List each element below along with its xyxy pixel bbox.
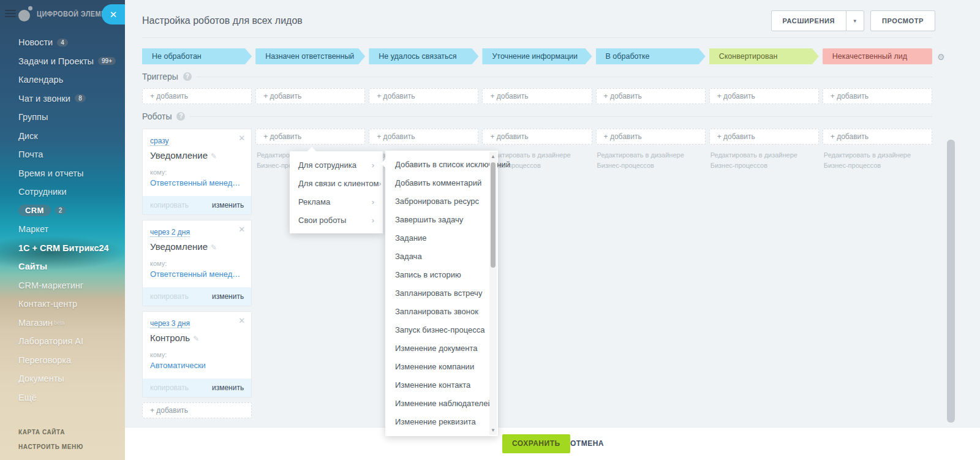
submenu-item[interactable]: Изменение контакта <box>385 376 498 394</box>
remove-icon[interactable]: ✕ <box>238 225 245 234</box>
cancel-button[interactable]: ОТМЕНА <box>570 434 604 453</box>
page-title: Настройка роботов для всех лидов <box>142 15 303 26</box>
pencil-icon[interactable]: ✎ <box>211 152 217 160</box>
sidebar-item-disk[interactable]: Диск <box>0 127 125 146</box>
bp-designer-link[interactable]: Редактировать в дизайнере Бизнес-процесс… <box>596 150 706 171</box>
scroll-down-icon[interactable]: ▼ <box>489 428 497 433</box>
submenu-item[interactable]: Изменение наблюдателей <box>385 394 498 413</box>
submenu-item[interactable]: Добавить комментарий <box>385 174 498 192</box>
sidebar-item-ai-lab[interactable]: Лаборатория AI <box>0 332 125 351</box>
sidebar-item-contact-center[interactable]: Контакт-центр <box>0 295 125 314</box>
add-trigger-button[interactable]: + добавить <box>596 88 706 104</box>
assignee-link[interactable]: Автоматически <box>150 361 244 370</box>
hamburger-icon[interactable] <box>5 10 16 18</box>
save-button[interactable]: СОХРАНИТЬ <box>502 434 570 453</box>
submenu-item[interactable]: Изменение документа <box>385 339 498 358</box>
add-robot-button[interactable]: + добавить <box>142 402 252 418</box>
add-trigger-button[interactable]: + добавить <box>369 88 478 104</box>
submenu-item[interactable]: Запись в историю <box>385 266 498 284</box>
submenu-item[interactable]: Забронировать ресурс <box>385 192 498 211</box>
sidebar-item-more[interactable]: Ещё <box>0 388 125 407</box>
copy-link[interactable]: копировать <box>150 383 189 392</box>
submenu-item[interactable]: Задача <box>385 247 498 266</box>
sidebar-item-sites[interactable]: Сайты <box>0 257 125 276</box>
menu-category-ads[interactable]: Реклама › <box>290 192 383 211</box>
sidebar-item-1c-crm[interactable]: 1С + CRM Битрикс24 <box>0 239 125 258</box>
remove-icon[interactable]: ✕ <box>238 316 245 325</box>
page-scrollbar-thumb[interactable] <box>947 140 955 423</box>
stage-cannot-contact[interactable]: Не удалось связаться <box>369 48 478 64</box>
sidebar-item-groups[interactable]: Группы <box>0 108 125 127</box>
stage-in-progress[interactable]: В обработке <box>596 48 706 64</box>
stage-not-processed[interactable]: Не обработан <box>142 48 252 64</box>
submenu-item[interactable]: Изменение компании <box>385 358 498 376</box>
scrollbar-thumb[interactable] <box>491 162 496 268</box>
robot-when-link[interactable]: через 2 дня <box>150 228 190 237</box>
assignee-link[interactable]: Ответственный менед… <box>150 270 244 279</box>
submenu-item[interactable]: Запуск бизнес-процесса <box>385 321 498 339</box>
stage-assigned[interactable]: Назначен ответственный <box>255 48 365 64</box>
add-robot-button[interactable]: + добавить <box>369 129 478 145</box>
edit-link[interactable]: изменить <box>212 292 244 301</box>
sidebar-item-tasks[interactable]: Задачи и Проекты 99+ <box>0 52 125 71</box>
add-robot-button[interactable]: + добавить <box>709 129 819 145</box>
menu-category-own-robots[interactable]: Свои роботы › <box>290 211 383 229</box>
view-button[interactable]: ПРОСМОТР <box>870 10 935 31</box>
submenu-item[interactable]: Запланировать звонок <box>385 303 498 321</box>
help-icon[interactable]: ? <box>176 112 185 121</box>
gear-icon[interactable]: ⚙ <box>937 52 945 62</box>
close-sidebar-button[interactable]: ✕ <box>102 4 125 25</box>
submenu-item[interactable]: Задание <box>385 229 498 247</box>
sidebar-item-chat-calls[interactable]: Чат и звонки 8 <box>0 89 125 108</box>
add-robot-button[interactable]: + добавить <box>823 129 932 145</box>
add-trigger-button[interactable]: + добавить <box>709 88 819 104</box>
menu-category-for-employee[interactable]: Для сотрудника › <box>290 156 383 174</box>
robot-when-link[interactable]: сразу <box>150 137 169 146</box>
edit-link[interactable]: изменить <box>212 383 244 392</box>
submenu-item[interactable]: Запланировать встречу <box>385 284 498 303</box>
help-icon[interactable]: ? <box>183 72 192 81</box>
sidebar-item-crm[interactable]: CRM 2 <box>0 202 125 221</box>
menu-category-client-contact[interactable]: Для связи с клиентом › <box>290 174 383 192</box>
sidebar-item-shop[interactable]: Магазин beta <box>0 314 125 333</box>
sidebar-item-market[interactable]: Маркет <box>0 220 125 239</box>
submenu-scrollbar[interactable]: ▲ ▼ <box>489 152 497 435</box>
add-trigger-button[interactable]: + добавить <box>482 88 592 104</box>
robot-when-link[interactable]: через 3 дня <box>150 319 190 328</box>
chevron-down-icon[interactable]: ▼ <box>846 18 864 24</box>
edit-link[interactable]: изменить <box>212 201 244 209</box>
extensions-button[interactable]: РАСШИРЕНИЯ ▼ <box>771 10 864 31</box>
add-robot-button[interactable]: + добавить <box>482 129 592 145</box>
add-trigger-button[interactable]: + добавить <box>142 88 252 104</box>
add-robot-button[interactable]: + добавить <box>255 129 365 145</box>
company-logo[interactable]: ЦИФРОВОЙ ЭЛЕМЕНТ <box>18 6 115 22</box>
stage-clarify-info[interactable]: Уточнение информации <box>482 48 592 64</box>
sidebar-item-calendar[interactable]: Календарь <box>0 70 125 89</box>
submenu-item[interactable]: Завершить задачу <box>385 211 498 229</box>
sidebar-item-documents[interactable]: Документы <box>0 369 125 388</box>
sidebar-item-meeting-room[interactable]: Переговорка <box>0 351 125 370</box>
copy-link[interactable]: копировать <box>150 292 189 301</box>
sidebar-item-mail[interactable]: Почта <box>0 145 125 164</box>
stage-junk-lead[interactable]: Некачественный лид <box>823 48 932 64</box>
sidebar-item-crm-marketing[interactable]: CRM-маркетинг <box>0 276 125 295</box>
pencil-icon[interactable]: ✎ <box>211 243 217 252</box>
sidebar-item-news[interactable]: Новости 4 <box>0 33 125 52</box>
scroll-up-icon[interactable]: ▲ <box>489 154 497 159</box>
add-trigger-button[interactable]: + добавить <box>823 88 932 104</box>
submenu-item[interactable]: Изменение реквизита <box>385 413 498 431</box>
add-trigger-button[interactable]: + добавить <box>255 88 365 104</box>
submenu-item[interactable]: Добавить в список исключений <box>385 156 498 174</box>
remove-icon[interactable]: ✕ <box>238 134 245 143</box>
pencil-icon[interactable]: ✎ <box>193 334 199 343</box>
bp-designer-link[interactable]: Редактировать в дизайнере Бизнес-процесс… <box>823 150 932 171</box>
assignee-link[interactable]: Ответственный менед… <box>150 178 244 187</box>
add-robot-button[interactable]: + добавить <box>596 129 706 145</box>
bp-designer-link[interactable]: Редактировать в дизайнере Бизнес-процесс… <box>709 150 819 171</box>
stage-converted[interactable]: Сконвертирован <box>709 48 819 64</box>
sitemap-link[interactable]: КАРТА САЙТА <box>18 429 83 435</box>
configure-menu-link[interactable]: НАСТРОИТЬ МЕНЮ <box>18 443 83 450</box>
sidebar-item-time-reports[interactable]: Время и отчеты <box>0 164 125 183</box>
copy-link[interactable]: копировать <box>150 201 189 209</box>
sidebar-item-employees[interactable]: Сотрудники <box>0 183 125 202</box>
